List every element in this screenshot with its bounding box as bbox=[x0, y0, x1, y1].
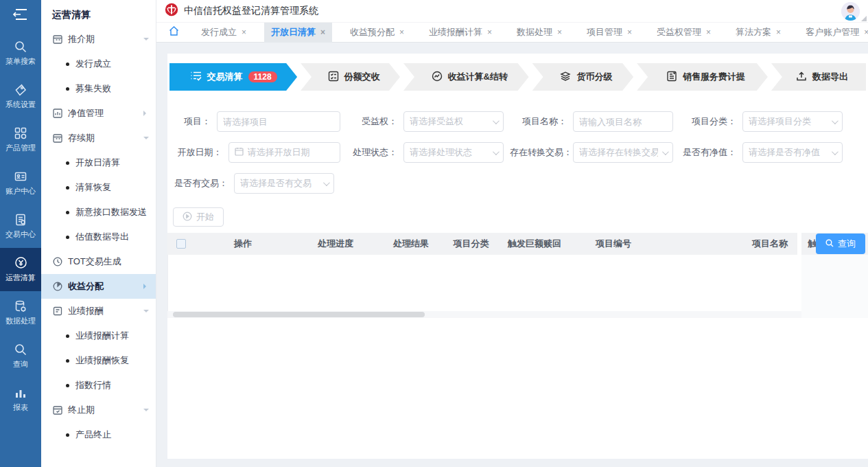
step-income-calc-carryover[interactable]: 收益计算&结转 bbox=[403, 63, 529, 91]
app-window: 菜单搜索 系统设置 产品管理 账户中心 交易中心 运营清算 数据处理 bbox=[0, 0, 868, 467]
bullet-icon bbox=[66, 384, 69, 387]
step-sales-service-fee[interactable]: 销售服务费计提 bbox=[637, 63, 768, 91]
select-placeholder: 请选择受益权 bbox=[410, 115, 489, 128]
bullet-icon bbox=[66, 334, 69, 338]
process-status-select[interactable]: 请选择处理状态 bbox=[403, 142, 504, 163]
sidebar-item-duration-period[interactable]: 存续期 bbox=[41, 126, 156, 150]
step-currency-classing[interactable]: 货币分级 bbox=[532, 63, 634, 91]
close-tab-icon[interactable]: × bbox=[242, 27, 246, 37]
tab-data-processing[interactable]: 数据处理× bbox=[510, 23, 569, 43]
sidebar-item-raise-failed[interactable]: 募集失败 bbox=[41, 76, 156, 101]
scrollbar-thumb[interactable] bbox=[173, 312, 425, 317]
rail-item-label: 运营清算 bbox=[5, 273, 36, 283]
home-tab-button[interactable] bbox=[169, 26, 179, 38]
sidebar-item-product-termination[interactable]: 产品终止 bbox=[41, 422, 156, 447]
project-name-input[interactable] bbox=[573, 111, 673, 132]
rail-item-system-settings[interactable]: 系统设置 bbox=[0, 75, 41, 118]
close-tab-icon[interactable]: × bbox=[706, 27, 711, 37]
tab-bar: 发行成立× 开放日清算× 收益预分配× 业绩报酬计算× 数据处理× 项目管理× … bbox=[156, 23, 868, 43]
close-tab-icon[interactable]: × bbox=[627, 27, 632, 37]
close-tab-icon[interactable]: × bbox=[557, 27, 562, 37]
step-label: 收益计算&结转 bbox=[448, 71, 508, 83]
sidebar-item-termination-period[interactable]: 终止期 bbox=[41, 398, 156, 422]
open-date-picker[interactable]: 请选择开放日期 bbox=[228, 142, 340, 163]
tab-income-predistribution[interactable]: 收益预分配× bbox=[343, 23, 411, 43]
rail-item-operations-clearing[interactable]: 运营清算 bbox=[0, 248, 41, 291]
chevron-down-icon bbox=[323, 179, 330, 186]
col-project-category: 项目分类 bbox=[442, 238, 500, 250]
select-all-checkbox[interactable] bbox=[176, 239, 186, 249]
grid-icon bbox=[14, 127, 27, 139]
step-label: 货币分级 bbox=[576, 71, 612, 83]
tab-customer-account-management[interactable]: 客户账户管理× bbox=[799, 23, 868, 43]
sidebar-item-nav-management[interactable]: 净值管理 bbox=[41, 101, 156, 126]
user-avatar[interactable] bbox=[841, 2, 860, 21]
bar-chart-icon bbox=[14, 387, 27, 399]
tab-performance-fee-calc[interactable]: 业绩报酬计算× bbox=[422, 23, 499, 43]
tab-beneficiary-management[interactable]: 受益权管理× bbox=[650, 23, 718, 43]
sidebar-item-performance-fee-calc[interactable]: 业绩报酬计算 bbox=[41, 323, 156, 348]
sidebar-item-label: 存续期 bbox=[68, 132, 143, 144]
tab-algorithm-scheme[interactable]: 算法方案× bbox=[729, 23, 788, 43]
sidebar: 运营清算 推介期 发行成立 募集失败 净值管理 存续期 开放日清算 bbox=[41, 0, 156, 467]
sidebar-item-label: TOT交易生成 bbox=[68, 255, 149, 268]
chevron-down-icon bbox=[832, 117, 838, 124]
rail-item-data-processing[interactable]: 数据处理 bbox=[0, 291, 41, 334]
tab-project-management[interactable]: 项目管理× bbox=[580, 23, 639, 43]
chevron-down-icon bbox=[143, 310, 149, 315]
close-tab-icon[interactable]: × bbox=[487, 27, 492, 37]
content-card: 交易清算 1128 份额交收 收益计算&结转 货币分级 销售服务费计 bbox=[167, 54, 868, 459]
sidebar-item-valuation-data-export[interactable]: 估值数据导出 bbox=[41, 225, 156, 249]
tab-open-day-clearing[interactable]: 开放日清算× bbox=[264, 23, 332, 43]
close-tab-icon[interactable]: × bbox=[776, 27, 781, 37]
process-steps: 交易清算 1128 份额交收 收益计算&结转 货币分级 销售服务费计 bbox=[169, 63, 866, 91]
bullet-icon bbox=[66, 211, 69, 214]
sidebar-collapse-button[interactable] bbox=[0, 0, 41, 32]
main-content: 交易清算 1128 份额交收 收益计算&结转 货币分级 销售服务费计 bbox=[156, 43, 868, 467]
document-icon bbox=[53, 306, 62, 316]
rail-item-reports[interactable]: 报表 bbox=[0, 378, 41, 421]
project-input[interactable] bbox=[217, 111, 340, 132]
sidebar-item-open-day-clearing[interactable]: 开放日清算 bbox=[41, 150, 156, 175]
step-share-settlement[interactable]: 份额交收 bbox=[301, 63, 400, 91]
step-trade-clearing[interactable]: 交易清算 1128 bbox=[169, 63, 297, 91]
fixed-column-body bbox=[801, 255, 868, 311]
close-tab-icon[interactable]: × bbox=[399, 27, 404, 37]
sidebar-item-tot-trade-generate[interactable]: TOT交易生成 bbox=[41, 249, 156, 274]
sidebar-item-performance-fee[interactable]: 业绩报酬 bbox=[41, 299, 156, 323]
has-trade-select[interactable]: 请选择是否有交易 bbox=[234, 173, 334, 194]
calendar-icon bbox=[53, 34, 62, 44]
sidebar-item-performance-fee-restore[interactable]: 业绩报酬恢复 bbox=[41, 348, 156, 373]
project-category-select[interactable]: 请选择项目分类 bbox=[742, 111, 843, 132]
bullet-icon bbox=[66, 161, 69, 165]
sidebar-item-promotion-period[interactable]: 推介期 bbox=[41, 27, 156, 52]
sidebar-item-xinyi-interface-send[interactable]: 新意接口数据发送 bbox=[41, 200, 156, 225]
has-nav-select[interactable]: 请选择是否有净值 bbox=[742, 142, 843, 163]
checklist-icon bbox=[328, 71, 339, 84]
list-check-icon bbox=[190, 71, 202, 84]
start-button[interactable]: 开始 bbox=[173, 207, 224, 227]
tab-issue-establish[interactable]: 发行成立× bbox=[194, 23, 253, 43]
rail-item-menu-search[interactable]: 菜单搜索 bbox=[0, 32, 41, 75]
horizontal-scrollbar bbox=[167, 311, 868, 318]
beneficiary-select[interactable]: 请选择受益权 bbox=[403, 111, 504, 132]
rail-item-product-management[interactable]: 产品管理 bbox=[0, 118, 41, 161]
sidebar-item-label: 净值管理 bbox=[68, 107, 142, 119]
bullet-icon bbox=[66, 359, 69, 363]
conversion-trade-select[interactable]: 请选择存在转换交易 bbox=[573, 142, 673, 163]
sidebar-item-index-quotes[interactable]: 指数行情 bbox=[41, 373, 156, 398]
close-tab-icon[interactable]: × bbox=[320, 27, 325, 37]
home-icon bbox=[169, 26, 179, 38]
sidebar-item-clearing-restore[interactable]: 清算恢复 bbox=[41, 175, 156, 200]
rail-item-trade-center[interactable]: 交易中心 bbox=[0, 205, 41, 248]
close-tab-icon[interactable]: × bbox=[864, 27, 868, 37]
step-data-export[interactable]: 数据导出 bbox=[771, 63, 866, 91]
sidebar-item-income-distribution[interactable]: 收益分配 bbox=[41, 274, 156, 299]
sidebar-item-label: 募集失败 bbox=[75, 82, 111, 95]
rail-item-query[interactable]: 查询 bbox=[0, 334, 41, 378]
rail-item-account-center[interactable]: 账户中心 bbox=[0, 161, 41, 205]
query-button[interactable]: 查询 bbox=[816, 234, 865, 254]
tab-label: 开放日清算 bbox=[271, 26, 316, 38]
chevron-down-icon bbox=[143, 38, 149, 43]
sidebar-item-issue-establish[interactable]: 发行成立 bbox=[41, 52, 156, 76]
